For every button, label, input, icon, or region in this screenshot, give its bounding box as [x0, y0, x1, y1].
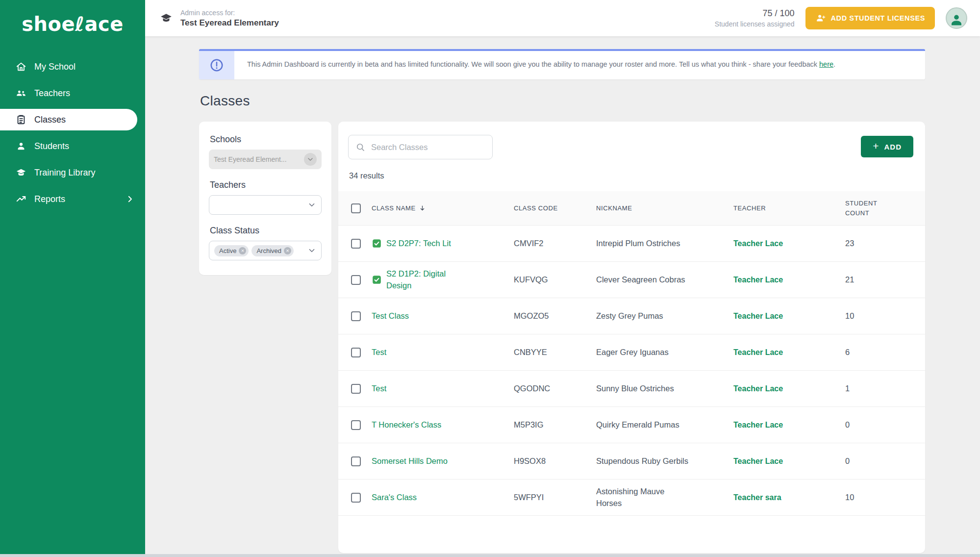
teacher-link[interactable]: Teacher Lace — [733, 421, 783, 429]
student-count-cell: 21 — [845, 274, 925, 286]
column-class-name[interactable]: CLASS NAME — [372, 203, 514, 213]
school-name: Test Eyeread Elementary — [180, 18, 279, 28]
column-label: STUDENT COUNT — [845, 199, 889, 218]
table-row: Test QGODNC Sunny Blue Ostriches Teacher… — [338, 371, 925, 407]
add-student-licenses-label: ADD STUDENT LICENSES — [831, 14, 925, 22]
class-code-cell: 5WFPYI — [514, 492, 596, 504]
search-input[interactable] — [370, 142, 485, 152]
class-code-cell: CMVIF2 — [514, 238, 596, 250]
class-name-link[interactable]: Test Class — [372, 310, 409, 322]
row-checkbox[interactable] — [351, 239, 361, 249]
teacher-link[interactable]: Teacher Lace — [733, 457, 783, 465]
top-bar: Admin access for: Test Eyeread Elementar… — [145, 0, 980, 36]
sidebar-item-reports[interactable]: Reports — [0, 188, 145, 210]
sidebar-item-label: Teachers — [34, 88, 70, 99]
nickname-cell: Sunny Blue Ostriches — [596, 383, 733, 395]
add-student-licenses-button[interactable]: ADD STUDENT LICENSES — [805, 7, 935, 29]
search-box — [348, 135, 493, 159]
schools-select[interactable]: Test Eyeread Element... — [209, 150, 322, 169]
class-code-cell: MGOZO5 — [514, 310, 596, 322]
teacher-link[interactable]: Teacher Lace — [733, 276, 783, 284]
plus-icon: + — [873, 140, 879, 152]
table-row: Test CNBYYE Eager Grey Iguanas Teacher L… — [338, 334, 925, 371]
add-class-button[interactable]: + ADD — [861, 136, 913, 157]
student-count-cell: 10 — [845, 310, 925, 322]
licenses-label: Student licenses assigned — [715, 20, 795, 28]
user-avatar[interactable] — [946, 7, 967, 29]
teacher-link[interactable]: Teacher Lace — [733, 312, 783, 320]
admin-access-block: Admin access for: Test Eyeread Elementar… — [180, 9, 279, 28]
banner-text-after: . — [833, 60, 835, 68]
row-checkbox[interactable] — [351, 348, 361, 357]
class-name-link[interactable]: T Honecker's Class — [372, 419, 441, 431]
table-row: S2 D2P7: Tech Lit CMVIF2 Intrepid Plum O… — [338, 226, 925, 262]
sidebar-item-label: Classes — [34, 115, 66, 125]
row-checkbox[interactable] — [351, 311, 361, 321]
schools-select-value: Test Eyeread Element... — [214, 155, 287, 163]
table-row: S2 D1P2: Digital Design KUFVQG Clever Se… — [338, 262, 925, 298]
sidebar-item-label: Students — [34, 141, 69, 152]
class-name-link[interactable]: Test — [372, 383, 386, 395]
student-count-cell: 23 — [845, 238, 925, 250]
chevron-down-icon — [307, 246, 316, 255]
chip-remove-icon[interactable]: × — [284, 247, 291, 254]
home-icon — [16, 61, 26, 72]
student-count-cell: 10 — [845, 492, 925, 504]
class-name-link[interactable]: Somerset Hills Demo — [372, 456, 448, 467]
teacher-link[interactable]: Teacher Lace — [733, 239, 783, 248]
person-add-icon — [815, 13, 826, 24]
class-name-link[interactable]: Test — [372, 347, 386, 358]
class-name-link[interactable]: S2 D1P2: Digital Design — [386, 268, 462, 292]
avatar-person-icon — [949, 12, 964, 26]
trending-icon — [16, 194, 26, 204]
class-code-cell: CNBYYE — [514, 347, 596, 358]
table-row: Sara's Class 5WFPYI Astonishing Mauve Ho… — [338, 480, 925, 516]
column-label: NICKNAME — [596, 203, 632, 213]
class-name-link[interactable]: Sara's Class — [372, 492, 417, 504]
teacher-link[interactable]: Teacher Lace — [733, 348, 783, 356]
feedback-link[interactable]: here — [819, 60, 833, 68]
row-checkbox[interactable] — [351, 493, 361, 503]
table-row: T Honecker's Class M5P3IG Quirky Emerald… — [338, 407, 925, 443]
chip-remove-icon[interactable]: × — [239, 247, 246, 254]
row-checkbox[interactable] — [351, 456, 361, 466]
row-checkbox[interactable] — [351, 420, 361, 430]
select-all-checkbox[interactable] — [351, 203, 361, 213]
sidebar-item-label: My School — [34, 62, 75, 72]
licenses-summary: 75 / 100 Student licenses assigned — [715, 8, 795, 28]
classes-table-card: + ADD 34 results CLASS NAME CLASS CODE N… — [338, 122, 925, 553]
people-icon — [16, 88, 26, 99]
verified-check-icon — [372, 238, 382, 249]
table-row: Test Class MGOZO5 Zesty Grey Pumas Teach… — [338, 298, 925, 334]
beta-banner-text: This Admin Dashboard is currently in bet… — [234, 54, 848, 76]
window-bottom-edge — [0, 554, 980, 557]
student-count-cell: 1 — [845, 383, 925, 395]
row-checkbox[interactable] — [351, 384, 361, 394]
column-label: CLASS CODE — [514, 203, 558, 213]
sidebar-item-my-school[interactable]: My School — [0, 56, 145, 77]
student-count-cell: 0 — [845, 456, 925, 467]
teacher-link[interactable]: Teacher sara — [733, 493, 781, 502]
nickname-cell: Clever Seagreen Cobras — [596, 274, 733, 286]
table-header: CLASS NAME CLASS CODE NICKNAME TEACHER S… — [338, 191, 925, 226]
teacher-link[interactable]: Teacher Lace — [733, 384, 783, 393]
table-row: Somerset Hills Demo H9SOX8 Stupendous Ru… — [338, 443, 925, 480]
teachers-select[interactable] — [209, 195, 322, 215]
person-icon — [16, 141, 26, 152]
nickname-cell: Stupendous Ruby Gerbils — [596, 456, 733, 467]
sidebar-item-teachers[interactable]: Teachers — [0, 82, 145, 104]
banner-text-before: This Admin Dashboard is currently in bet… — [247, 60, 819, 68]
page-title: Classes — [200, 93, 980, 109]
sidebar-item-label: Reports — [34, 194, 65, 204]
class-status-select[interactable]: Active × Archived × — [209, 241, 322, 260]
chevron-down-icon — [307, 201, 316, 209]
class-name-link[interactable]: S2 D2P7: Tech Lit — [386, 238, 451, 250]
row-checkbox[interactable] — [351, 275, 361, 285]
sidebar-item-training-library[interactable]: Training Library — [0, 162, 145, 183]
school-cap-icon — [160, 12, 173, 25]
sidebar-item-students[interactable]: Students — [0, 135, 145, 157]
class-code-cell: QGODNC — [514, 383, 596, 395]
results-count: 34 results — [349, 171, 925, 180]
sidebar-item-classes[interactable]: Classes — [0, 109, 137, 130]
teachers-filter-label: Teachers — [210, 180, 322, 190]
